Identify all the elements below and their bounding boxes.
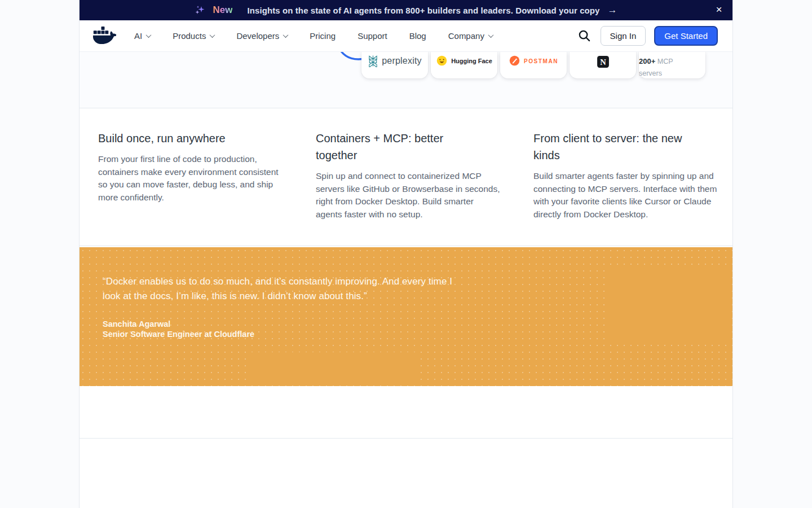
feature-title: Containers + MCP: better together xyxy=(316,130,482,164)
partner-logo-cards: perplexity Hugging Face POSTMAN xyxy=(361,52,705,78)
feature-body: Spin up and connect to containerized MCP… xyxy=(316,170,502,221)
hugging-face-label: Hugging Face xyxy=(451,58,492,64)
logo-card-postman[interactable]: POSTMAN xyxy=(500,52,567,78)
hugging-face-icon xyxy=(436,55,448,67)
postman-icon xyxy=(509,55,520,67)
empty-section xyxy=(80,386,732,439)
nav-item-products[interactable]: Products xyxy=(173,31,214,41)
arrow-right-icon: → xyxy=(608,5,617,16)
nav-actions: Sign In Get Started xyxy=(577,26,718,46)
sparkle-icon xyxy=(195,5,206,16)
search-button[interactable] xyxy=(577,28,592,43)
sign-in-button[interactable]: Sign In xyxy=(601,26,646,46)
notion-icon: N xyxy=(596,55,610,69)
pattern-patch xyxy=(249,352,418,382)
perplexity-icon xyxy=(368,55,378,67)
chevron-down-icon xyxy=(210,32,215,38)
testimonial-name: Sanchita Agarwal xyxy=(103,319,732,329)
nav-menu: AI Products Developers Pricing Support B… xyxy=(134,31,493,41)
perplexity-label: perplexity xyxy=(382,56,421,66)
logo-card-perplexity[interactable]: perplexity xyxy=(361,52,428,78)
logo-card-mcp-servers[interactable]: 200+ MCP servers xyxy=(639,52,705,78)
new-badge: New xyxy=(213,5,232,16)
testimonial-quote: “Docker enables us to do so much, and it… xyxy=(103,274,453,303)
feature-client-to-server: From client to server: the new kinds Bui… xyxy=(533,130,720,246)
feature-body: Build smarter agents faster by spinning … xyxy=(533,170,720,221)
chevron-down-icon xyxy=(488,32,493,38)
postman-label: POSTMAN xyxy=(524,58,558,64)
nav-item-company[interactable]: Company xyxy=(448,31,493,41)
testimonial-role: Senior Software Engineer at Cloudflare xyxy=(103,329,732,339)
main-nav: AI Products Developers Pricing Support B… xyxy=(80,20,732,52)
svg-text:N: N xyxy=(600,58,606,67)
docker-logo-icon[interactable] xyxy=(92,26,116,46)
logo-card-hugging-face[interactable]: Hugging Face xyxy=(431,52,497,78)
page-column: New Insights on the state of AI agents f… xyxy=(79,0,733,508)
nav-item-support[interactable]: Support xyxy=(358,31,387,41)
announcement-banner[interactable]: New Insights on the state of AI agents f… xyxy=(80,0,732,20)
features-section: Build once, run anywhere From your first… xyxy=(80,108,732,246)
testimonial-section: “Docker enables us to do so much, and it… xyxy=(80,247,732,386)
feature-title: Build once, run anywhere xyxy=(98,130,264,147)
mcp-label: servers xyxy=(639,69,662,78)
nav-item-developers[interactable]: Developers xyxy=(236,31,288,41)
empty-bottom-section xyxy=(80,439,732,506)
search-icon xyxy=(578,29,591,42)
get-started-button[interactable]: Get Started xyxy=(654,26,718,46)
feature-title: From client to server: the new kinds xyxy=(533,130,700,164)
banner-message[interactable]: Insights on the state of AI agents from … xyxy=(247,6,599,15)
banner-close-button[interactable]: × xyxy=(712,3,726,16)
chevron-down-icon xyxy=(283,32,289,38)
mcp-count: 200+ xyxy=(639,57,655,65)
nav-item-blog[interactable]: Blog xyxy=(409,31,426,41)
chevron-down-icon xyxy=(146,32,152,38)
nav-item-pricing[interactable]: Pricing xyxy=(310,31,336,41)
feature-containers-mcp: Containers + MCP: better together Spin u… xyxy=(316,130,502,246)
feature-body: From your first line of code to producti… xyxy=(98,153,284,204)
logo-card-notion[interactable]: N xyxy=(570,52,636,78)
nav-item-ai[interactable]: AI xyxy=(134,31,151,41)
testimonial-attribution: Sanchita Agarwal Senior Software Enginee… xyxy=(103,319,732,339)
feature-build-once: Build once, run anywhere From your first… xyxy=(98,130,284,246)
hero-logos-section: perplexity Hugging Face POSTMAN xyxy=(80,52,732,108)
